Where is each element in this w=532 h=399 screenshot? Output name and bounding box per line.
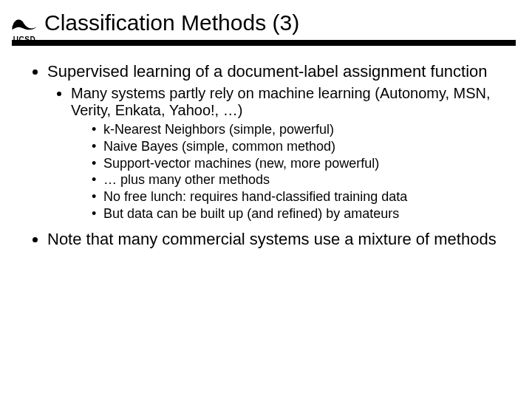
bullet-item: No free lunch: requires hand-classified …	[92, 189, 502, 205]
bullet-item: But data can be built up (and refined) b…	[92, 206, 502, 222]
slide-header: Classification Methods (3)	[0, 0, 532, 35]
bullet-list-level3: k-Nearest Neighbors (simple, powerful) N…	[71, 122, 502, 221]
slide: UCSD Classification Methods (3) Supervis…	[0, 0, 532, 399]
bullet-item: Supervised learning of a document-label …	[47, 62, 502, 221]
bullet-list-level1: Supervised learning of a document-label …	[30, 62, 502, 249]
bullet-text: Supervised learning of a document-label …	[47, 62, 488, 81]
bullet-list-level2: Many systems partly rely on machine lear…	[47, 85, 502, 221]
slide-body: Supervised learning of a document-label …	[0, 46, 532, 249]
bullet-text: … plus many other methods	[103, 172, 270, 187]
bullet-text: Naive Bayes (simple, common method)	[103, 139, 335, 154]
bullet-item: Many systems partly rely on machine lear…	[71, 85, 502, 221]
bullet-text: Many systems partly rely on machine lear…	[71, 85, 491, 118]
bullet-item: Note that many commercial systems use a …	[47, 230, 502, 248]
slide-title: Classification Methods (3)	[44, 10, 532, 35]
bullet-item: … plus many other methods	[92, 172, 502, 188]
bullet-text: No free lunch: requires hand-classified …	[103, 189, 407, 204]
logo-label: UCSD	[10, 35, 38, 44]
bullet-item: k-Nearest Neighbors (simple, powerful)	[92, 122, 502, 137]
bullet-item: Naive Bayes (simple, common method)	[92, 139, 502, 154]
bullet-text: Support-vector machines (new, more power…	[103, 156, 379, 171]
bullet-text: But data can be built up (and refined) b…	[103, 206, 399, 221]
bullet-text: k-Nearest Neighbors (simple, powerful)	[103, 122, 334, 137]
bullet-item: Support-vector machines (new, more power…	[92, 156, 502, 171]
title-rule	[12, 40, 516, 46]
bullet-text: Note that many commercial systems use a …	[47, 230, 497, 248]
